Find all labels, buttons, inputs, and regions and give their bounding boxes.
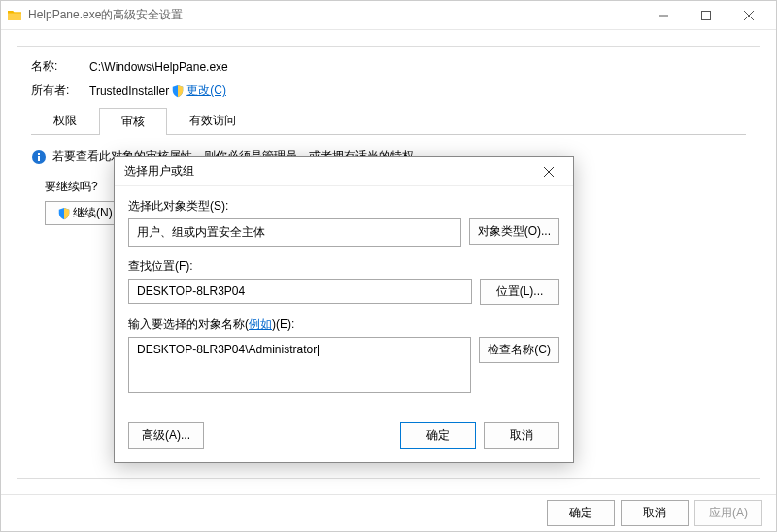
object-names-label-prefix: 输入要选择的对象名称( bbox=[128, 317, 249, 331]
name-row: 名称: C:\Windows\HelpPane.exe bbox=[31, 58, 746, 75]
advanced-button[interactable]: 高级(A)... bbox=[128, 422, 204, 449]
ok-button[interactable]: 确定 bbox=[547, 500, 615, 526]
continue-button[interactable]: 继续(N) bbox=[45, 201, 123, 225]
change-owner-link[interactable]: 更改(C) bbox=[186, 83, 226, 99]
shield-icon bbox=[171, 84, 185, 98]
location-label: 查找位置(F): bbox=[128, 258, 559, 275]
titlebar: HelpPane.exe的高级安全设置 bbox=[1, 1, 776, 30]
name-label: 名称: bbox=[31, 58, 89, 75]
advanced-security-window: HelpPane.exe的高级安全设置 名称: C:\Windows\HelpP… bbox=[0, 0, 777, 532]
close-button[interactable] bbox=[727, 1, 770, 30]
svg-rect-3 bbox=[38, 153, 40, 155]
tabs: 权限 审核 有效访问 bbox=[31, 107, 746, 135]
object-names-row: DESKTOP-8LR3P04\Administrator 检查名称(C) bbox=[128, 337, 559, 393]
bottom-bar: 确定 取消 应用(A) bbox=[1, 494, 776, 531]
modal-title: 选择用户或组 bbox=[124, 163, 534, 180]
object-type-row: 用户、组或内置安全主体 对象类型(O)... bbox=[128, 218, 559, 247]
locations-button[interactable]: 位置(L)... bbox=[480, 279, 559, 305]
owner-row: 所有者: TrustedInstaller 更改(C) bbox=[31, 83, 746, 99]
modal-close-button[interactable] bbox=[534, 157, 563, 186]
minimize-button[interactable] bbox=[642, 1, 685, 30]
modal-footer-right: 确定 取消 bbox=[400, 422, 559, 449]
folder-icon bbox=[7, 8, 22, 23]
tab-effective[interactable]: 有效访问 bbox=[167, 107, 258, 134]
cancel-button[interactable]: 取消 bbox=[621, 500, 689, 526]
location-field[interactable]: DESKTOP-8LR3P04 bbox=[128, 279, 472, 304]
modal-cancel-button[interactable]: 取消 bbox=[484, 422, 559, 449]
check-names-button[interactable]: 检查名称(C) bbox=[479, 337, 559, 363]
object-names-value: DESKTOP-8LR3P04\Administrator bbox=[137, 343, 319, 356]
name-value: C:\Windows\HelpPane.exe bbox=[89, 60, 228, 74]
tab-permissions[interactable]: 权限 bbox=[31, 107, 99, 134]
object-names-label-suffix: )(E): bbox=[272, 317, 294, 331]
maximize-button[interactable] bbox=[685, 1, 727, 30]
examples-link[interactable]: 例如 bbox=[249, 317, 272, 331]
object-names-input[interactable]: DESKTOP-8LR3P04\Administrator bbox=[128, 337, 471, 393]
tab-audit[interactable]: 审核 bbox=[99, 108, 167, 135]
select-user-dialog: 选择用户或组 选择此对象类型(S): 用户、组或内置安全主体 对象类型(O)..… bbox=[114, 156, 574, 463]
modal-titlebar: 选择用户或组 bbox=[115, 157, 573, 186]
shield-icon bbox=[57, 207, 71, 220]
object-type-field[interactable]: 用户、组或内置安全主体 bbox=[128, 218, 461, 247]
object-names-label: 输入要选择的对象名称(例如)(E): bbox=[128, 316, 559, 333]
owner-label: 所有者: bbox=[31, 83, 89, 99]
window-title: HelpPane.exe的高级安全设置 bbox=[28, 7, 642, 23]
location-row: DESKTOP-8LR3P04 位置(L)... bbox=[128, 279, 559, 305]
object-type-label: 选择此对象类型(S): bbox=[128, 198, 559, 215]
window-controls bbox=[642, 1, 770, 30]
modal-ok-button[interactable]: 确定 bbox=[400, 422, 476, 449]
continue-button-label: 继续(N) bbox=[73, 205, 113, 221]
svg-rect-2 bbox=[38, 156, 40, 161]
owner-value: TrustedInstaller bbox=[89, 84, 169, 98]
object-types-button[interactable]: 对象类型(O)... bbox=[469, 218, 559, 245]
modal-footer: 高级(A)... 确定 取消 bbox=[115, 416, 573, 462]
info-icon bbox=[31, 150, 47, 165]
apply-button: 应用(A) bbox=[694, 500, 762, 526]
svg-rect-0 bbox=[702, 11, 711, 19]
modal-body: 选择此对象类型(S): 用户、组或内置安全主体 对象类型(O)... 查找位置(… bbox=[115, 186, 573, 416]
